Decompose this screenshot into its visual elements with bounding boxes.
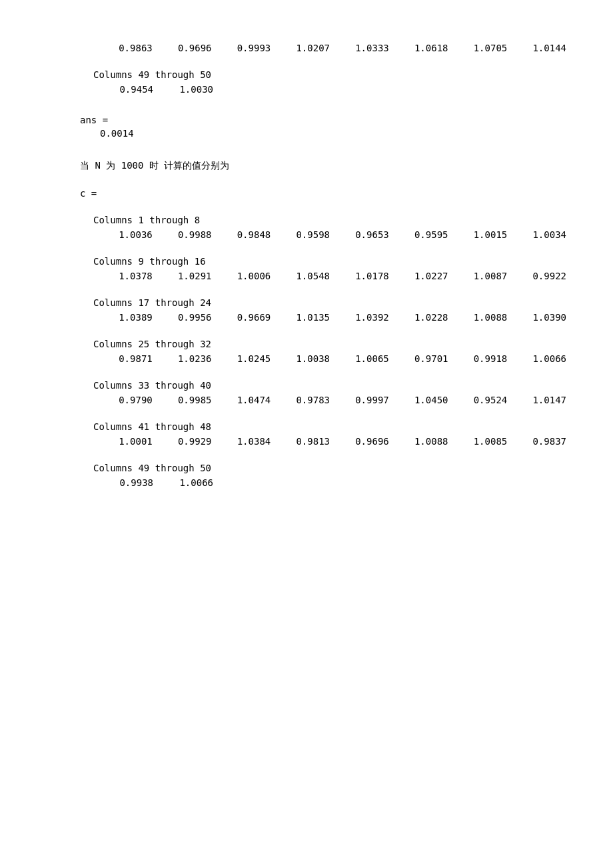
main-content: 0.9863 0.9696 0.9993 1.0207 1.0333 1.061… (0, 43, 613, 488)
section-data-5: 1.0001 0.9929 1.0384 0.9813 0.9696 1.008… (100, 436, 573, 447)
s5-v4: 0.9813 (277, 436, 336, 447)
s4-v1: 0.9790 (100, 395, 159, 405)
s2-v5: 1.0392 (336, 312, 396, 323)
s1-v2: 1.0291 (159, 271, 219, 281)
s3-v8: 1.0066 (514, 353, 573, 364)
s5-v8: 0.9837 (514, 436, 573, 447)
top-cols49-header: Columns 49 through 50 (93, 69, 573, 80)
s1-v3: 1.0006 (219, 271, 278, 281)
section-header-4: Columns 33 through 40 (93, 380, 573, 391)
s1-v7: 1.0087 (455, 271, 514, 281)
section-data-3: 0.9871 1.0236 1.0245 1.0038 1.0065 0.970… (100, 353, 573, 364)
s5-v2: 0.9929 (159, 436, 219, 447)
s3-v4: 1.0038 (277, 353, 336, 364)
chinese-label: 当 N 为 1000 时 计算的值分别为 (80, 160, 573, 172)
section-header-6: Columns 49 through 50 (93, 463, 573, 473)
top-val-5: 1.0333 (336, 43, 396, 53)
c-label: c = (80, 188, 573, 199)
s2-v6: 1.0228 (396, 312, 455, 323)
top-val-6: 1.0618 (396, 43, 455, 53)
s3-v5: 1.0065 (336, 353, 396, 364)
section-header-5: Columns 41 through 48 (93, 421, 573, 432)
section-header-3: Columns 25 through 32 (93, 339, 573, 349)
s4-v8: 1.0147 (514, 395, 573, 405)
section-header-2: Columns 17 through 24 (93, 297, 573, 308)
s4-v7: 0.9524 (455, 395, 514, 405)
s0-v1: 1.0036 (100, 229, 159, 240)
s5-v6: 1.0088 (396, 436, 455, 447)
s5-v7: 1.0085 (455, 436, 514, 447)
s2-v7: 1.0088 (455, 312, 514, 323)
s3-v3: 1.0245 (219, 353, 278, 364)
top-data-row: 0.9863 0.9696 0.9993 1.0207 1.0333 1.061… (100, 43, 573, 53)
s2-v1: 1.0389 (100, 312, 159, 323)
section-data-1: 1.0378 1.0291 1.0006 1.0548 1.0178 1.022… (100, 271, 573, 281)
s6-v2: 1.0066 (160, 477, 220, 488)
s2-v3: 0.9669 (219, 312, 278, 323)
s3-v2: 1.0236 (159, 353, 219, 364)
s0-v6: 0.9595 (396, 229, 455, 240)
ans-value: 0.0014 (100, 128, 573, 139)
section-data-6: 0.9938 1.0066 (100, 477, 573, 488)
top-c49-val-2: 1.0030 (160, 84, 220, 95)
s4-v4: 0.9783 (277, 395, 336, 405)
top-val-4: 1.0207 (277, 43, 336, 53)
top-cols49-data: 0.9454 1.0030 (100, 84, 573, 95)
s2-v8: 1.0390 (514, 312, 573, 323)
s0-v3: 0.9848 (219, 229, 278, 240)
s3-v1: 0.9871 (100, 353, 159, 364)
s1-v6: 1.0227 (396, 271, 455, 281)
section-header-0: Columns 1 through 8 (93, 215, 573, 225)
top-val-2: 0.9696 (159, 43, 219, 53)
s1-v4: 1.0548 (277, 271, 336, 281)
ans-label: ans = (80, 115, 573, 125)
s3-v7: 0.9918 (455, 353, 514, 364)
s1-v5: 1.0178 (336, 271, 396, 281)
top-val-1: 0.9863 (100, 43, 159, 53)
s0-v4: 0.9598 (277, 229, 336, 240)
s0-v5: 0.9653 (336, 229, 396, 240)
s2-v2: 0.9956 (159, 312, 219, 323)
s3-v6: 0.9701 (396, 353, 455, 364)
section-data-0: 1.0036 0.9988 0.9848 0.9598 0.9653 0.959… (100, 229, 573, 240)
s5-v3: 1.0384 (219, 436, 278, 447)
s0-v2: 0.9988 (159, 229, 219, 240)
section-data-4: 0.9790 0.9985 1.0474 0.9783 0.9997 1.045… (100, 395, 573, 405)
s6-v1: 0.9938 (100, 477, 160, 488)
s5-v1: 1.0001 (100, 436, 159, 447)
s4-v6: 1.0450 (396, 395, 455, 405)
top-val-8: 1.0144 (514, 43, 573, 53)
top-val-7: 1.0705 (455, 43, 514, 53)
s0-v7: 1.0015 (455, 229, 514, 240)
s1-v8: 0.9922 (514, 271, 573, 281)
s0-v8: 1.0034 (514, 229, 573, 240)
section-header-1: Columns 9 through 16 (93, 256, 573, 267)
s2-v4: 1.0135 (277, 312, 336, 323)
section-data-2: 1.0389 0.9956 0.9669 1.0135 1.0392 1.022… (100, 312, 573, 323)
s1-v1: 1.0378 (100, 271, 159, 281)
s4-v5: 0.9997 (336, 395, 396, 405)
top-val-3: 0.9993 (219, 43, 278, 53)
s4-v2: 0.9985 (159, 395, 219, 405)
s5-v5: 0.9696 (336, 436, 396, 447)
s4-v3: 1.0474 (219, 395, 278, 405)
top-c49-val-1: 0.9454 (100, 84, 160, 95)
